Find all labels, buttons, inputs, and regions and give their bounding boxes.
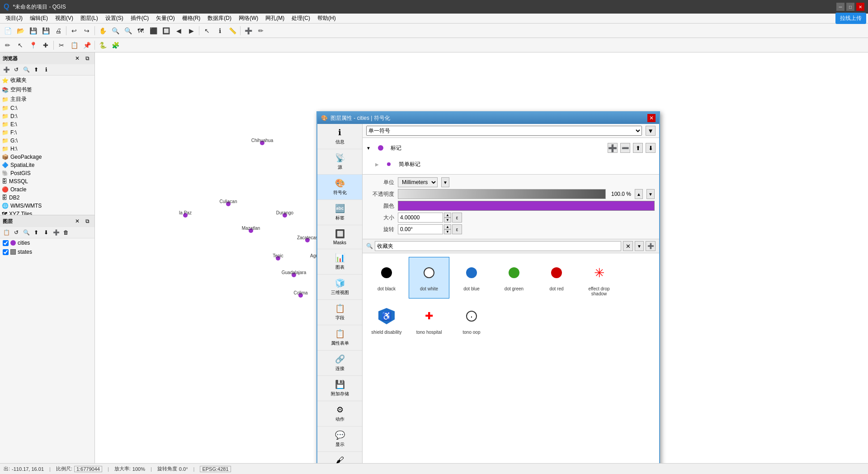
browser-item-wms[interactable]: 🌐WMS/WMTS: [0, 202, 94, 210]
pan-button[interactable]: ✋: [97, 25, 108, 37]
size-expression-btn[interactable]: ε: [452, 213, 462, 223]
layer-expand[interactable]: ➕: [52, 228, 61, 237]
zoom-in-button[interactable]: 🔍: [109, 25, 121, 37]
browser-panel-float[interactable]: ⧉: [83, 54, 92, 63]
layer-remove[interactable]: 🗑: [61, 228, 71, 237]
unit-select[interactable]: Millimeters: [398, 177, 438, 187]
save-project-button[interactable]: 💾: [27, 25, 39, 37]
nav-masks[interactable]: 🔲 Masks: [317, 225, 362, 249]
browser-item-home[interactable]: 📁主目录: [0, 95, 94, 104]
menu-project[interactable]: 项目(J): [2, 14, 26, 23]
color-picker[interactable]: [398, 201, 655, 211]
browser-item-h[interactable]: 📁H:\: [0, 145, 94, 153]
opacity-down[interactable]: ▼: [646, 189, 655, 199]
symbol-search-input[interactable]: 收藏夹: [375, 241, 621, 251]
browser-item-db2[interactable]: 🗄DB2: [0, 194, 94, 202]
menu-edit[interactable]: 编辑(E): [26, 14, 52, 23]
opacity-up[interactable]: ▲: [635, 189, 643, 199]
dialog-close-button[interactable]: ✕: [647, 114, 656, 122]
layer-states-checkbox[interactable]: [3, 249, 9, 255]
edit-mode-button[interactable]: ✏: [2, 39, 14, 51]
layer-up[interactable]: ⬆: [32, 228, 41, 237]
identify-button[interactable]: ℹ: [214, 25, 226, 37]
layer-filter[interactable]: 🔍: [22, 228, 31, 237]
symbol-item-dot-blue[interactable]: dot blue: [451, 257, 492, 299]
nav-display[interactable]: 💬 显示: [317, 427, 362, 452]
menu-web[interactable]: 网络(W): [235, 14, 262, 23]
browser-panel-close[interactable]: ✕: [73, 54, 82, 63]
browser-item-g[interactable]: 📁G:\: [0, 137, 94, 145]
layers-panel-float[interactable]: ⧉: [83, 217, 92, 226]
symbol-item-dot-green[interactable]: dot green: [494, 257, 534, 299]
browser-add-btn[interactable]: ➕: [2, 65, 11, 74]
symbol-search-clear[interactable]: ✕: [623, 241, 633, 251]
nav-labels[interactable]: 🔤 标签: [317, 200, 362, 225]
layers-panel-close[interactable]: ✕: [73, 217, 82, 226]
zoom-selection-button[interactable]: 🔲: [160, 25, 172, 37]
zoom-next-button[interactable]: ▶: [185, 25, 197, 37]
menu-raster[interactable]: 栅格(R): [179, 14, 204, 23]
open-attribute-table[interactable]: 📋: [2, 228, 11, 237]
move-symbol-down[interactable]: ⬇: [646, 143, 656, 153]
browser-item-e[interactable]: 📁E:\: [0, 120, 94, 128]
add-layer-button[interactable]: ➕: [242, 25, 254, 37]
nav-rendering[interactable]: 🖌 渲染: [317, 452, 362, 463]
symbol-add-btn[interactable]: ➕: [646, 241, 656, 251]
layer-refresh[interactable]: ↺: [12, 228, 21, 237]
marker-expand-arrow[interactable]: ▼: [366, 146, 371, 151]
nav-attrform[interactable]: 📋 属性表单: [317, 325, 362, 351]
redo-button[interactable]: ↪: [81, 25, 93, 37]
nav-3dview[interactable]: 🧊 三维视图: [317, 275, 362, 300]
size-down-btn[interactable]: ▼: [444, 218, 451, 223]
symbol-item-dot-red[interactable]: dot red: [536, 257, 577, 299]
symbol-item-dot-white[interactable]: dot white: [409, 257, 449, 299]
save-as-button[interactable]: 💾: [40, 25, 52, 37]
browser-item-favorites[interactable]: ⭐收藏夹: [0, 76, 94, 85]
plugin-mgr-btn[interactable]: 🧩: [109, 39, 121, 51]
browser-refresh-btn[interactable]: ↺: [12, 65, 21, 74]
browser-collapse-btn[interactable]: ⬆: [32, 65, 41, 74]
browser-item-xyz[interactable]: 🗺XYZ Tiles: [0, 210, 94, 215]
browser-item-c[interactable]: 📁C:\: [0, 104, 94, 112]
menu-layer[interactable]: 图层(L): [77, 14, 102, 23]
rotation-input[interactable]: 0.00°: [398, 224, 443, 234]
symbol-item-dot-black[interactable]: dot black: [366, 257, 407, 299]
symbol-item-tono-oop[interactable]: tono oop: [451, 300, 492, 337]
size-up-btn[interactable]: ▲: [444, 213, 451, 218]
minimize-button[interactable]: ─: [836, 3, 844, 11]
rotation-up-btn[interactable]: ▲: [444, 224, 451, 229]
zoom-prev-button[interactable]: ◀: [173, 25, 184, 37]
add-feature-button[interactable]: ✚: [40, 39, 52, 51]
browser-item-mssql[interactable]: 🗄MSSQL: [0, 177, 94, 185]
map-canvas[interactable]: Chihuahua la Paz Culiacan Durango Saltil…: [95, 52, 868, 463]
menu-database[interactable]: 数据库(D): [204, 14, 235, 23]
menu-processing[interactable]: 处理(C): [288, 14, 314, 23]
python-btn[interactable]: 🐍: [97, 39, 108, 51]
menu-help[interactable]: 帮助(H): [314, 14, 340, 23]
browser-item-bookmarks[interactable]: 📚空间书签: [0, 85, 94, 95]
maximize-button[interactable]: □: [846, 3, 854, 11]
symbol-tree-simple-marker-row[interactable]: ▶ 简单标记: [366, 156, 656, 172]
nav-auxiliary[interactable]: 💾 附加存储: [317, 376, 362, 401]
symbol-tree-marker-row[interactable]: ▼ 标记 ➕ ➖ ⬆ ⬇: [366, 140, 656, 156]
symbol-item-tono-hospital[interactable]: ✚ tono hospital: [409, 300, 449, 337]
browser-item-geopackage[interactable]: 📦GeoPackage: [0, 153, 94, 161]
menu-settings[interactable]: 设置(S): [102, 14, 127, 23]
cloud-upload-button[interactable]: 拉线上传: [835, 13, 866, 24]
add-layer-to-symbol[interactable]: ➕: [608, 143, 618, 153]
move-symbol-up[interactable]: ⬆: [633, 143, 643, 153]
nav-actions[interactable]: ⚙ 动作: [317, 401, 362, 427]
layer-down[interactable]: ⬇: [42, 228, 51, 237]
digitize-button[interactable]: ✏: [255, 25, 267, 37]
scale-value[interactable]: 1:6779044: [74, 466, 102, 472]
symbol-search-dropdown[interactable]: ▼: [635, 241, 644, 251]
menu-mesh[interactable]: 网孔(M): [262, 14, 288, 23]
renderer-select[interactable]: 单一符号: [366, 126, 642, 136]
symbol-item-shield-disability[interactable]: ♿ shield disability: [366, 300, 407, 337]
opacity-slider[interactable]: [398, 189, 606, 199]
remove-symbol-layer[interactable]: ➖: [620, 143, 630, 153]
zoom-out-button[interactable]: 🔍: [122, 25, 134, 37]
browser-info-btn[interactable]: ℹ: [42, 65, 51, 74]
open-project-button[interactable]: 📂: [14, 25, 26, 37]
nav-symbology[interactable]: 🎨 符号化: [317, 175, 362, 200]
